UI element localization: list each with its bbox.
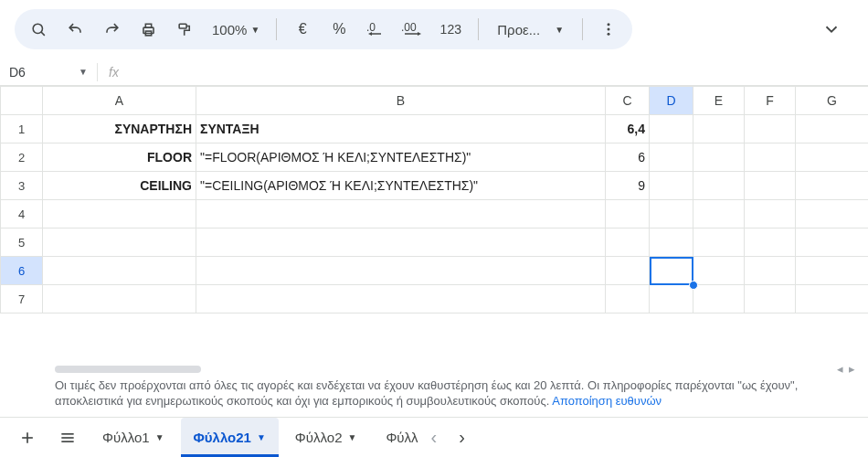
cell-C2[interactable]: 6 [606,143,650,172]
redo-icon[interactable] [95,13,128,46]
select-all-corner[interactable] [1,87,43,115]
zoom-dropdown[interactable]: 100% ▼ [205,22,267,37]
cell-E6[interactable] [693,257,745,285]
sheet-tab[interactable]: Φύλλο2 ▼ [282,418,370,457]
tab-scroll-right-icon[interactable]: › [459,427,465,448]
sheet-tab[interactable]: Φύλλο21 ▼ [181,418,279,457]
cell-A2[interactable]: FLOOR [43,143,196,172]
horizontal-scrollbar[interactable] [0,365,201,374]
cell-D1[interactable] [650,115,693,143]
row-header-6[interactable]: 6 [1,257,43,285]
cell-F2[interactable] [745,143,796,172]
sheet-tab[interactable]: Φύλλο1 ▼ [90,418,177,457]
col-header-D[interactable]: D [650,87,693,115]
decrease-decimal-icon[interactable]: .0 [359,13,392,46]
add-sheet-icon[interactable] [9,420,46,456]
cell-G6[interactable] [796,257,869,285]
cell-A5[interactable] [43,228,196,257]
cell-C7[interactable] [606,285,650,314]
cell-A7[interactable] [43,285,196,314]
defaults-dropdown[interactable]: Προε... ▼ [488,22,573,37]
cell-F5[interactable] [745,228,796,257]
col-header-B[interactable]: B [196,87,606,115]
cell-D4[interactable] [650,200,693,228]
cell-B3[interactable]: "=CEILING(ΑΡΙΘΜΟΣ Ή ΚΕΛΙ;ΣΥΝΤΕΛΕΣΤΗΣ)" [196,172,606,200]
row-header-3[interactable]: 3 [1,172,43,200]
currency-button[interactable]: € [286,13,319,46]
tab-scroll-left-icon[interactable]: ‹ [431,427,438,448]
cell-G4[interactable] [796,200,869,228]
cell-B5[interactable] [196,228,606,257]
cell-G7[interactable] [796,285,869,314]
cell-A1[interactable]: ΣΥΝΑΡΤΗΣΗ [43,115,196,143]
cell-B7[interactable] [196,285,606,314]
all-sheets-icon[interactable] [49,420,86,456]
percent-button[interactable]: % [323,13,355,46]
scroll-nav: ◂ ▸ [831,365,868,374]
cell-C6[interactable] [606,257,650,285]
spreadsheet-grid[interactable]: A B C D E F G 1 ΣΥΝΑΡΤΗΣΗ ΣΥΝΤΑΞΗ 6,4 2 … [0,86,868,314]
row-header-4[interactable]: 4 [1,200,43,228]
cell-E1[interactable] [693,115,745,143]
toolbar-expand-icon[interactable] [810,19,853,39]
cell-A3[interactable]: CEILING [43,172,196,200]
cell-E4[interactable] [693,200,745,228]
cell-D2[interactable] [650,143,693,172]
row-header-2[interactable]: 2 [1,143,43,172]
col-header-G[interactable]: G [796,87,869,115]
cell-C4[interactable] [606,200,650,228]
number-format-button[interactable]: 123 [432,13,469,46]
row-header-1[interactable]: 1 [1,115,43,143]
cell-D5[interactable] [650,228,693,257]
cell-A4[interactable] [43,200,196,228]
cell-B6[interactable] [196,257,606,285]
cell-A6[interactable] [43,257,196,285]
cell-D3[interactable] [650,172,693,200]
cell-E5[interactable] [693,228,745,257]
cell-F4[interactable] [745,200,796,228]
scrollbar-thumb[interactable] [55,366,201,373]
chevron-down-icon: ▼ [155,432,164,442]
cell-D7[interactable] [650,285,693,314]
cell-B2[interactable]: "=FLOOR(ΑΡΙΘΜΟΣ Ή ΚΕΛΙ;ΣΥΝΤΕΛΕΣΤΗΣ)" [196,143,606,172]
name-box[interactable]: D6 ▼ [0,65,97,80]
col-header-C[interactable]: C [606,87,650,115]
disclaimer-link[interactable]: Αποποίηση ευθυνών [552,394,662,408]
row-header-5[interactable]: 5 [1,228,43,257]
sheet-tab[interactable]: Φύλλ [373,418,421,457]
paint-format-icon[interactable] [168,13,201,46]
cell-F7[interactable] [745,285,796,314]
cell-C3[interactable]: 9 [606,172,650,200]
cell-G1[interactable] [796,115,869,143]
name-box-value: D6 [9,65,26,80]
cell-C1[interactable]: 6,4 [606,115,650,143]
col-header-A[interactable]: A [43,87,196,115]
cell-G2[interactable] [796,143,869,172]
row-header-7[interactable]: 7 [1,285,43,314]
cell-F3[interactable] [745,172,796,200]
search-icon[interactable] [22,13,55,46]
disclaimer-text: Οι τιμές δεν προέρχονται από όλες τις αγ… [0,374,868,417]
cell-F6[interactable] [745,257,796,285]
cell-E7[interactable] [693,285,745,314]
undo-icon[interactable] [58,13,91,46]
cell-B1[interactable]: ΣΥΝΤΑΞΗ [196,115,606,143]
col-header-F[interactable]: F [745,87,796,115]
formula-input[interactable] [126,61,868,83]
cell-B4[interactable] [196,200,606,228]
svg-point-9 [608,23,610,26]
sheet-tab-label: Φύλλο21 [194,430,251,445]
cell-G3[interactable] [796,172,869,200]
cell-E2[interactable] [693,143,745,172]
more-vert-icon[interactable] [592,13,625,46]
cell-E3[interactable] [693,172,745,200]
col-header-E[interactable]: E [693,87,745,115]
print-icon[interactable] [132,13,164,46]
cell-F1[interactable] [745,115,796,143]
cell-G5[interactable] [796,228,869,257]
cell-C5[interactable] [606,228,650,257]
table-row: 7 [1,285,869,314]
increase-decimal-icon[interactable]: .00 [396,13,429,46]
chevron-down-icon: ▼ [79,67,88,77]
cell-D6[interactable] [650,257,693,285]
